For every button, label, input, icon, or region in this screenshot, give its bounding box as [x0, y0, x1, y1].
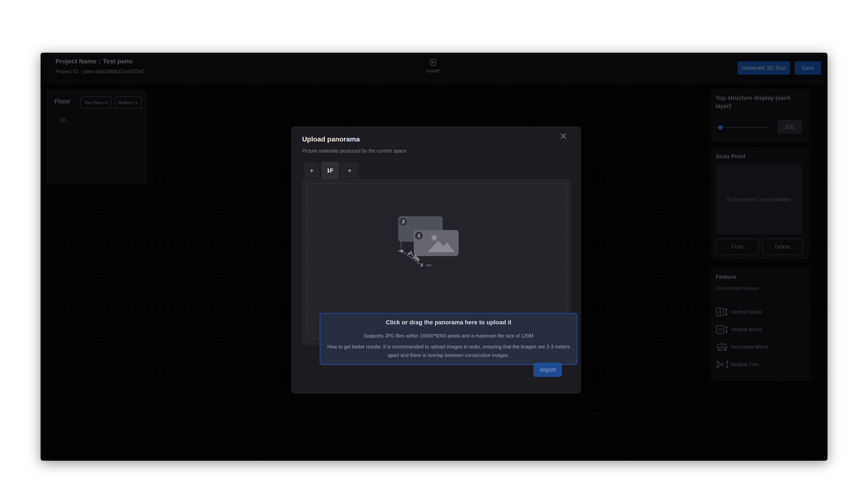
project-id-label: Project ID： — [55, 69, 83, 74]
import-icon — [429, 58, 437, 66]
save-button[interactable]: Save — [795, 61, 821, 75]
import-button[interactable]: import — [533, 363, 562, 377]
import-menu[interactable]: import — [420, 58, 446, 74]
top-structure-card: Top structure display (each layer) 0.0 — [711, 89, 809, 142]
upload-tips-text: How to get better results: It is recomme… — [325, 342, 572, 360]
floor-panel-title: Floor — [54, 98, 70, 105]
feature-item-vertical-trim[interactable]: Vertical Trim — [716, 359, 805, 371]
top-structure-value-input[interactable]: 0.0 — [778, 120, 802, 134]
distance-arrow: 2~3m — [397, 247, 433, 270]
project-id: Project ID：pano-b6d1M0b2Zon07DrG — [55, 68, 144, 75]
add-floor-tab-left[interactable]: + — [304, 163, 319, 178]
scan-point-preview: No Panoramic View Available — [716, 165, 802, 234]
generate-3d-tour-button[interactable]: Generate 3D Tour — [738, 61, 790, 75]
pano-card-2-badge: 2 — [399, 218, 407, 226]
scan-point-floor-button[interactable]: Floor — [716, 238, 759, 255]
dialog-subtitle: Picture materials produced by the curren… — [302, 148, 406, 154]
no-panorama-text: No Panoramic View Available — [727, 197, 791, 202]
feature-item-label: Horizontal Mirror — [731, 344, 768, 350]
upload-spec-text: Supports JPG files within 18000*9000 pix… — [320, 333, 577, 339]
feature-item-horizontal-mirror[interactable]: Horizontal Mirror — [716, 341, 805, 353]
close-icon[interactable] — [558, 131, 569, 141]
floor-tab-1f[interactable]: 1F — [321, 162, 339, 179]
feature-item-label: Vertical Trim — [731, 361, 759, 367]
floor-list-item[interactable]: 1F — [60, 117, 66, 123]
top-structure-slider-track[interactable] — [716, 127, 769, 128]
feature-item-vertical-mirror[interactable]: Vertical Mirror — [716, 323, 805, 336]
project-name: Project Name：Test pano — [55, 57, 133, 66]
feature-item-label: Vertical Glass — [731, 309, 762, 315]
scan-point-delete-button[interactable]: Delete — [762, 238, 803, 255]
upload-panorama-dialog: Upload panorama Picture materials produc… — [291, 126, 581, 394]
upload-panel: 2 1 — [302, 179, 571, 345]
feature-subtitle: Unselected feature — [716, 285, 759, 291]
top-floor-add-button[interactable]: Top Floor+1 — [81, 96, 111, 109]
feature-title: Feature — [716, 273, 807, 281]
import-menu-label: import — [420, 68, 446, 74]
upload-hint-box[interactable]: Click or drag the panorama here to uploa… — [320, 313, 577, 365]
page: Project Name：Test pano Project ID：pano-b… — [0, 0, 854, 504]
top-structure-slider-handle[interactable] — [718, 125, 723, 130]
dialog-title: Upload panorama — [302, 135, 360, 143]
feature-item-label: Vertical Mirror — [731, 326, 762, 332]
vertical-glass-icon — [716, 307, 731, 317]
project-name-label: Project Name： — [55, 58, 103, 65]
feature-card: Feature Unselected feature Vertical Glas — [711, 268, 809, 381]
scan-point-title: Scan Point — [716, 152, 807, 160]
scan-point-card: Scan Point No Panoramic View Available F… — [711, 147, 809, 259]
upload-headline: Click or drag the panorama here to uploa… — [320, 319, 577, 326]
project-name-value: Test pano — [103, 58, 133, 65]
project-id-value: pano-b6d1M0b2Zon07DrG — [83, 69, 144, 74]
floor-panel: Floor Top Floor+1 Bottom+1 1F — [47, 90, 147, 184]
app-window: Project Name：Test pano Project ID：pano-b… — [40, 53, 827, 461]
horizontal-mirror-icon — [716, 342, 731, 352]
top-bar: Project Name：Test pano Project ID：pano-b… — [40, 53, 827, 83]
bottom-floor-add-button[interactable]: Bottom+1 — [115, 96, 141, 109]
vertical-trim-scissors-icon — [716, 360, 731, 369]
pano-card-1-badge: 1 — [415, 232, 423, 239]
add-floor-tab-right[interactable]: + — [341, 163, 359, 178]
vertical-mirror-icon — [716, 325, 731, 334]
top-structure-title: Top structure display (each layer) — [716, 94, 807, 110]
distance-label: 2~3m — [407, 250, 421, 263]
feature-item-vertical-glass[interactable]: Vertical Glass — [716, 306, 805, 318]
